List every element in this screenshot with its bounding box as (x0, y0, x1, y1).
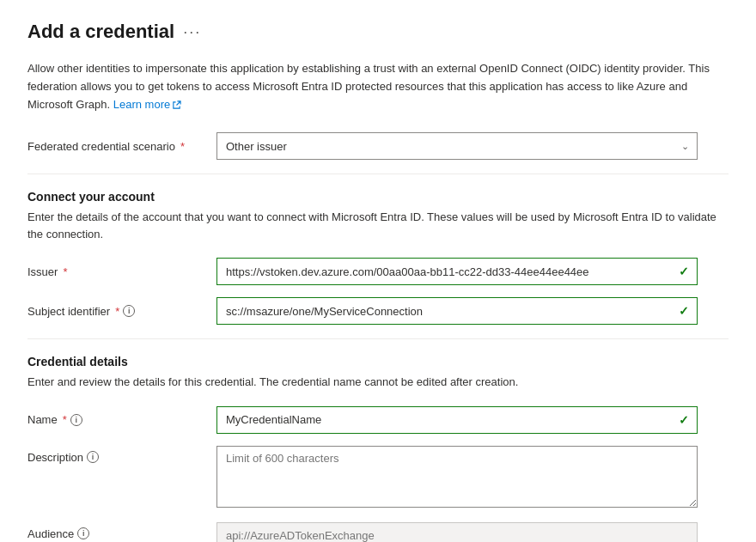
credential-section-heading: Credential details (27, 355, 729, 368)
more-options-icon[interactable]: ··· (183, 23, 201, 41)
federated-scenario-row: Federated credential scenario * Other is… (27, 132, 729, 160)
learn-more-link[interactable]: Learn more (113, 98, 181, 111)
connect-section-description: Enter the details of the account that yo… (27, 209, 729, 242)
section-divider-2 (27, 338, 729, 339)
federated-scenario-wrapper: Other issuerGitHub ActionsKubernetesOthe… (216, 132, 698, 160)
subject-identifier-input[interactable] (216, 297, 698, 325)
subject-identifier-wrapper: ✓ (216, 297, 698, 325)
section-divider-1 (27, 174, 729, 174)
issuer-required-indicator: * (63, 265, 67, 278)
name-input[interactable] (216, 406, 698, 434)
subject-identifier-label: Subject identifier * i (27, 305, 216, 318)
audience-row: Audience i Edit (optional) (27, 522, 729, 542)
name-wrapper: ✓ (216, 406, 698, 434)
subject-info-icon[interactable]: i (123, 305, 135, 317)
intro-description: Allow other identities to impersonate th… (27, 60, 729, 113)
name-valid-icon: ✓ (679, 413, 689, 427)
required-indicator: * (180, 140, 185, 153)
subject-valid-icon: ✓ (679, 304, 689, 318)
page-title: Add a credential (27, 21, 174, 43)
description-info-icon[interactable]: i (87, 451, 99, 463)
description-textarea[interactable] (216, 446, 698, 508)
description-wrapper (216, 446, 698, 510)
description-row: Description i (27, 446, 729, 510)
connect-section-heading: Connect your account (27, 190, 729, 204)
subject-required-indicator: * (115, 305, 119, 318)
subject-identifier-row: Subject identifier * i ✓ (27, 297, 729, 325)
issuer-valid-icon: ✓ (679, 265, 689, 278)
issuer-label: Issuer * (27, 265, 216, 278)
federated-scenario-label: Federated credential scenario * (27, 140, 216, 153)
credential-section-description: Enter and review the details for this cr… (27, 374, 729, 391)
page-header: Add a credential ··· (27, 21, 729, 43)
connect-section: Connect your account Enter the details o… (27, 190, 729, 242)
audience-info-icon[interactable]: i (77, 527, 89, 539)
audience-wrapper: Edit (optional) (216, 522, 698, 542)
external-link-icon (172, 100, 181, 110)
issuer-input[interactable] (216, 258, 698, 285)
description-label: Description i (27, 446, 216, 464)
credential-section: Credential details Enter and review the … (27, 355, 729, 391)
federated-scenario-select[interactable]: Other issuerGitHub ActionsKubernetesOthe… (216, 132, 698, 160)
issuer-wrapper: ✓ (216, 258, 698, 285)
issuer-row: Issuer * ✓ (27, 258, 729, 285)
name-required-indicator: * (63, 413, 67, 426)
name-row: Name * i ✓ (27, 406, 729, 434)
name-info-icon[interactable]: i (70, 414, 82, 426)
audience-label: Audience i (27, 522, 216, 540)
name-label: Name * i (27, 413, 216, 426)
audience-input (216, 522, 698, 542)
